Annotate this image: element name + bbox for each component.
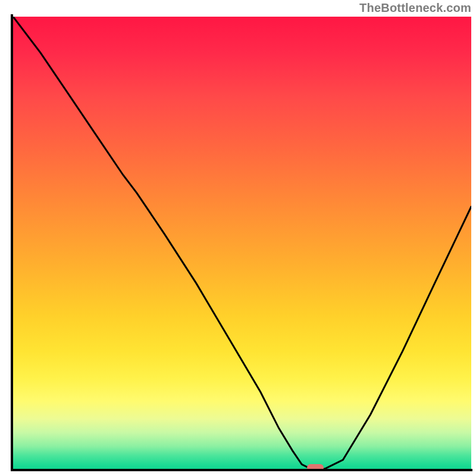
chart-frame: TheBottleneck.com [0,0,476,476]
curve-path [13,17,471,469]
y-axis [11,14,13,471]
attribution-label: TheBottleneck.com [359,1,471,15]
x-axis [11,469,472,471]
bottleneck-curve [13,17,471,469]
plot-area [13,17,471,469]
